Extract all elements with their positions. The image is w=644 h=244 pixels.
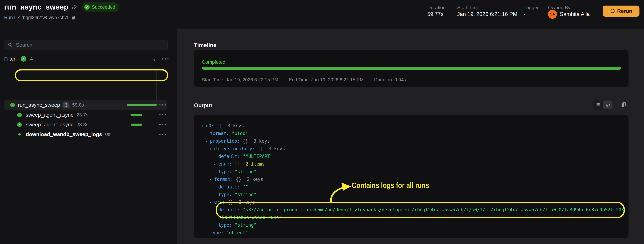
title-row: run_async_sweep ✓ Succeeded [4, 2, 119, 12]
tree-row-run_async_sweep[interactable]: ✓run_async_sweep359.8s [0, 100, 177, 110]
json-key: default: [218, 154, 243, 159]
json-key: type: [218, 169, 235, 174]
output-heading: Output [194, 102, 212, 109]
avatar: SA [548, 10, 557, 19]
json-row-default: default: "s3://union-oc-production-demo/… [200, 206, 624, 221]
json-key: type: [218, 192, 235, 197]
json-collection-meta: 2 items [243, 161, 264, 167]
filter-count: 4 [30, 56, 33, 62]
output-json-tree: ▾o0: {} 3 keysformat: "blob"▾properties:… [194, 115, 628, 237]
owner-name: Samhita Alla [560, 11, 590, 17]
timeline-heading: Timeline [194, 42, 216, 48]
meta-label: Start Time [457, 5, 480, 10]
search-box[interactable] [4, 40, 168, 50]
filter-status-chip[interactable]: ✓ [21, 56, 26, 62]
json-collection-meta: 3 keys [266, 146, 285, 151]
collapse-node-icon[interactable]: ▾ [200, 122, 204, 130]
tree-row-sweep_agent_async[interactable]: ✓sweep_agent_async23.3s [0, 120, 177, 129]
json-row-type: type: "string" [200, 168, 624, 175]
gantt-bar [127, 104, 157, 106]
json-row-o0: ▾o0: {} 3 keys [200, 122, 624, 130]
json-key: properties: [210, 138, 243, 144]
ellipsis-icon [159, 134, 166, 135]
json-collection-meta: 3 keys [251, 138, 270, 144]
rerun-button[interactable]: Rerun [602, 5, 640, 17]
json-collection-glyph: {} [243, 138, 251, 144]
json-key: dimensionality: [214, 146, 258, 151]
rerun-icon [610, 8, 615, 14]
meta-label: Duration [427, 5, 446, 10]
sidebar-more-icon[interactable] [162, 58, 168, 60]
timeline-card: Completed Start Time: Jan 19, 2026 6:22:… [194, 50, 628, 87]
success-check-icon: ✓ [17, 113, 22, 117]
tree-node-duration: 0s [105, 131, 110, 137]
tree-row-download_wandb_sweep_logs[interactable]: download_wandb_sweep_logs0s [0, 129, 177, 139]
json-value-continued: 5d3f48ab6a/wandb_runs" [222, 214, 624, 221]
meta-value: - [524, 11, 525, 17]
tree-row-more-icon[interactable] [159, 114, 166, 116]
copy-run-id-icon[interactable] [71, 15, 76, 20]
timeline-bar [202, 67, 621, 70]
json-row-properties: ▾properties: {} 3 keys [200, 137, 624, 145]
meta-label: Trigger [524, 5, 539, 10]
json-key: uri: [214, 200, 228, 205]
timeline-duration: Duration: 0.04s [374, 77, 406, 83]
collapse-node-icon[interactable]: ▾ [208, 175, 213, 183]
copy-link-icon[interactable] [72, 4, 77, 10]
copy-output-icon[interactable] [620, 101, 626, 108]
json-collection-glyph: {} [217, 123, 225, 128]
timeline-caption: Start Time: Jan 19, 2026 6:22:15 PM End … [202, 77, 406, 83]
json-collection-meta: 3 keys [225, 123, 244, 128]
success-check-icon: ✓ [17, 122, 22, 127]
json-row-default: default: "MULTIPART" [200, 152, 624, 160]
ellipsis-icon [159, 124, 166, 125]
tree-row-sweep_agent_async[interactable]: ✓sweep_agent_async23.7s [0, 110, 177, 120]
collapse-panel-icon[interactable] [152, 56, 158, 62]
json-value: "string" [235, 169, 256, 174]
output-card: ▾o0: {} 3 keysformat: "blob"▾properties:… [194, 115, 628, 238]
tree-node-label: sweep_agent_async [26, 112, 74, 118]
json-collection-glyph: [] [235, 161, 243, 167]
json-value: "blob" [232, 131, 248, 136]
tree-node-duration: 23.7s [76, 112, 88, 118]
rerun-label: Rerun [617, 8, 632, 14]
list-view-icon[interactable] [594, 101, 603, 109]
collapse-node-icon[interactable]: ▾ [208, 198, 213, 206]
collapse-node-icon[interactable]: ▾ [208, 145, 213, 152]
running-dot-icon [18, 133, 21, 135]
tree-node-label: sweep_agent_async [26, 122, 74, 127]
tree-row-more-icon[interactable] [159, 134, 166, 135]
meta-value: SASamhita Alla [548, 10, 590, 19]
json-value: "s3://union-oc-production-demo/ae/demo/f… [243, 207, 624, 212]
tree-node-duration: 59.8s [72, 102, 84, 108]
collapse-node-icon[interactable]: ▾ [204, 137, 209, 145]
timeline-start-time: Start Time: Jan 19, 2026 6:22:15 PM [202, 77, 278, 83]
filter-row: Filter: ✓ 4 [4, 55, 168, 63]
json-collection-meta: 2 keys [236, 200, 255, 205]
json-key: enum: [218, 161, 235, 167]
json-key: default: [218, 184, 243, 190]
json-key: default: [218, 207, 243, 212]
json-value: "object" [226, 230, 248, 235]
success-check-icon: ✓ [84, 4, 90, 10]
search-icon [8, 42, 13, 48]
filter-label: Filter: [4, 56, 17, 62]
timeline-end-time: End Time: Jan 19, 2026 6:22:15 PM [289, 77, 364, 83]
json-value: "" [243, 184, 248, 190]
tree-node-label: download_wandb_sweep_logs [26, 131, 102, 137]
search-input[interactable] [16, 42, 164, 48]
code-view-icon[interactable] [603, 101, 612, 109]
main-panel: Timeline Completed Start Time: Jan 19, 2… [177, 29, 644, 244]
tree-node-duration: 23.3s [76, 122, 88, 127]
json-key: type: [218, 223, 235, 228]
ellipsis-icon [159, 114, 166, 116]
output-view-toggle [593, 100, 614, 110]
tree-row-content: download_wandb_sweep_logs0s [26, 129, 110, 139]
tree-row-more-icon[interactable] [159, 124, 166, 125]
json-row-type: type: "string" [200, 191, 624, 198]
json-collection-meta: 2 keys [244, 177, 263, 182]
gantt-bar [131, 123, 142, 126]
json-row-enum: ▸enum: [] 2 items [200, 160, 624, 168]
expand-node-icon[interactable]: ▸ [212, 160, 217, 168]
tree-row-more-icon[interactable] [159, 104, 166, 106]
